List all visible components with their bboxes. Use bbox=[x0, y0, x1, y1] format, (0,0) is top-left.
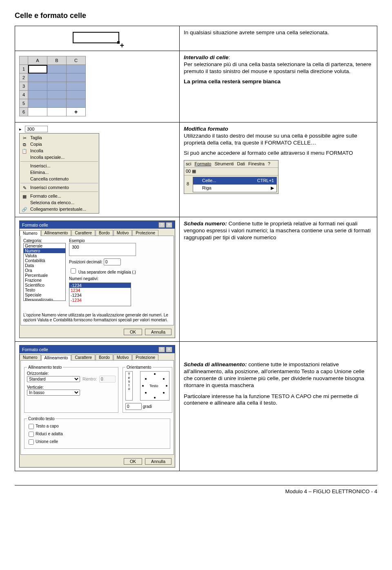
group-orient: Orientamento bbox=[125, 365, 153, 370]
tab-carattere[interactable]: Carattere bbox=[71, 354, 95, 360]
tab-numero[interactable]: Numero bbox=[20, 354, 41, 360]
negative-label: Numeri negativi: bbox=[69, 276, 136, 281]
horizontal-select[interactable]: Standard bbox=[27, 376, 80, 382]
dialog-title: Formato celle bbox=[22, 347, 48, 352]
horizontal-label: Orizzontale: bbox=[27, 371, 116, 376]
list-item[interactable]: Valuta bbox=[24, 253, 65, 258]
tab-carattere[interactable]: Carattere bbox=[71, 230, 95, 236]
thousands-checkbox[interactable] bbox=[71, 268, 76, 274]
cancel-button[interactable]: Annulla bbox=[145, 329, 172, 335]
list-item[interactable]: Testo bbox=[24, 287, 65, 292]
tab-protezione[interactable]: Protezione bbox=[132, 354, 158, 360]
tab-allineamento[interactable]: Allineamento bbox=[41, 355, 71, 361]
vertical-label: Verticale: bbox=[27, 385, 116, 390]
close-button[interactable]: × bbox=[166, 347, 172, 352]
list-item[interactable]: Data bbox=[24, 263, 65, 268]
plus-icon: + bbox=[74, 109, 78, 115]
cells-icon: ▦ bbox=[192, 169, 196, 174]
dialog-title: Formato celle bbox=[22, 223, 48, 227]
decimals-input[interactable] bbox=[104, 258, 121, 265]
orient-label: Testo bbox=[149, 384, 158, 388]
shrink-checkbox[interactable] bbox=[29, 432, 34, 437]
row4-text: Scheda numero: Contiene tutte le proprie… bbox=[180, 217, 377, 342]
ctx-item-elimina[interactable]: Elimina... bbox=[20, 169, 98, 176]
ok-button[interactable]: OK bbox=[124, 329, 142, 335]
ctx-item-hyperlink[interactable]: 🔗Collegamento ipertestuale... bbox=[20, 206, 98, 212]
ctx-item-incolla[interactable]: 📋Incolla bbox=[20, 147, 98, 154]
tab-bordo[interactable]: Bordo bbox=[96, 230, 113, 236]
row-header: 2 bbox=[20, 73, 28, 82]
degrees-label: gradi bbox=[143, 404, 152, 409]
list-item[interactable]: Generale bbox=[24, 243, 65, 248]
list-item[interactable]: Numero bbox=[24, 248, 65, 253]
tab-motivo[interactable]: Motivo bbox=[114, 230, 132, 236]
col-header: C bbox=[67, 56, 86, 65]
tab-protezione[interactable]: Protezione bbox=[132, 230, 158, 236]
help-button[interactable]: ? bbox=[158, 347, 165, 352]
ctx-item-formato-celle[interactable]: ▦Formato celle... bbox=[20, 193, 98, 199]
row4-heading: Scheda numero: bbox=[184, 220, 227, 227]
ctx-item-copia[interactable]: ⧉Copia bbox=[20, 141, 98, 147]
wrap-checkbox[interactable] bbox=[29, 424, 34, 429]
tab-motivo[interactable]: Motivo bbox=[114, 354, 132, 360]
dialog-note: L'opzione Numero viene utilizzata per la… bbox=[23, 313, 171, 323]
row1-text: In qualsiasi situazione avrete sempre un… bbox=[180, 26, 377, 51]
fig-format-dialog-align: Formato celle ?× Numero Allineamento Car… bbox=[15, 342, 180, 471]
list-item[interactable]: -1234 bbox=[69, 298, 131, 303]
ctx-item-incolla-speciale[interactable]: Incolla speciale... bbox=[20, 154, 98, 160]
tab-allineamento[interactable]: Allineamento bbox=[41, 230, 71, 236]
menu-item[interactable]: Finestra bbox=[248, 161, 265, 167]
list-item[interactable]: -1234 bbox=[69, 293, 131, 298]
cancel-button[interactable]: Annulla bbox=[145, 458, 172, 465]
indent-label: Rientro: bbox=[82, 377, 97, 381]
menu-item[interactable]: ? bbox=[268, 161, 270, 167]
degrees-input[interactable] bbox=[125, 403, 142, 410]
orientation-dial[interactable]: Testo bbox=[140, 371, 169, 401]
ctx-item-cancella[interactable]: Cancella contenuto bbox=[20, 176, 98, 182]
menu-item-formato[interactable]: Formato bbox=[194, 161, 211, 167]
menu-drop-riga[interactable]: Riga▶ bbox=[193, 185, 276, 192]
fig-grid-selection: ABC 1 2 3 4 5 6+ bbox=[15, 51, 180, 122]
ok-button[interactable]: OK bbox=[124, 458, 142, 465]
row5-desc2: Particolare interesse ha la funzione TES… bbox=[184, 393, 373, 407]
ctx-item-inserisci[interactable]: Inserisci... bbox=[20, 163, 98, 169]
copy-icon: ⧉ bbox=[22, 142, 27, 147]
example-label: Esempio bbox=[69, 238, 136, 243]
menu-drop-celle[interactable]: Celle...CTRL+1 bbox=[193, 177, 276, 185]
help-button[interactable]: ? bbox=[158, 222, 165, 228]
list-item[interactable]: Contabilità bbox=[24, 258, 65, 263]
context-menu[interactable]: ✂Taglia ⧉Copia 📋Incolla Incolla speciale… bbox=[19, 133, 99, 214]
menu-item[interactable]: Dati bbox=[237, 161, 245, 167]
menu-item[interactable]: Strumenti bbox=[214, 161, 234, 167]
merge-checkbox[interactable] bbox=[29, 439, 34, 445]
list-item[interactable]: -1234 bbox=[69, 283, 131, 288]
row-header: 1 bbox=[20, 65, 28, 73]
category-label: Categoria: bbox=[23, 238, 66, 243]
ctx-item-taglia[interactable]: ✂Taglia bbox=[20, 134, 98, 141]
vertical-text-button[interactable]: Testo bbox=[125, 371, 133, 401]
close-button[interactable]: × bbox=[166, 222, 172, 228]
layout-table: + In qualsiasi situazione avrete sempre … bbox=[15, 26, 377, 471]
menu-item[interactable]: sci bbox=[186, 161, 191, 167]
tab-numero[interactable]: Numero bbox=[20, 230, 41, 236]
list-item[interactable]: Percentuale bbox=[24, 273, 65, 278]
tab-bordo[interactable]: Bordo bbox=[96, 354, 113, 360]
vertical-select[interactable]: In basso bbox=[27, 390, 80, 396]
list-item[interactable]: 1234 bbox=[69, 288, 131, 293]
negative-list[interactable]: -1234 1234 -1234 -1234 bbox=[69, 283, 131, 306]
row2-desc: Per selezionare più di una cella basta s… bbox=[184, 61, 371, 74]
link-icon: 🔗 bbox=[22, 207, 27, 212]
list-item[interactable]: Scientifico bbox=[24, 283, 65, 287]
row-header: 3 bbox=[20, 82, 28, 91]
row-header: 5 bbox=[20, 99, 28, 108]
ctx-item-commento[interactable]: ✎Inserisci commento bbox=[20, 184, 98, 191]
category-list[interactable]: Generale Numero Valuta Contabilità Data … bbox=[23, 243, 66, 301]
ctx-item-elenco[interactable]: Seleziona da elenco... bbox=[20, 199, 98, 206]
list-item[interactable]: Frazione bbox=[24, 278, 65, 283]
indent-input bbox=[99, 376, 116, 383]
row-indicator: 8 bbox=[184, 176, 192, 194]
list-item[interactable]: Ora bbox=[24, 268, 65, 273]
list-item[interactable]: Personalizzato bbox=[24, 297, 65, 301]
cut-icon: ✂ bbox=[22, 135, 27, 141]
list-item[interactable]: Speciale bbox=[24, 292, 65, 297]
